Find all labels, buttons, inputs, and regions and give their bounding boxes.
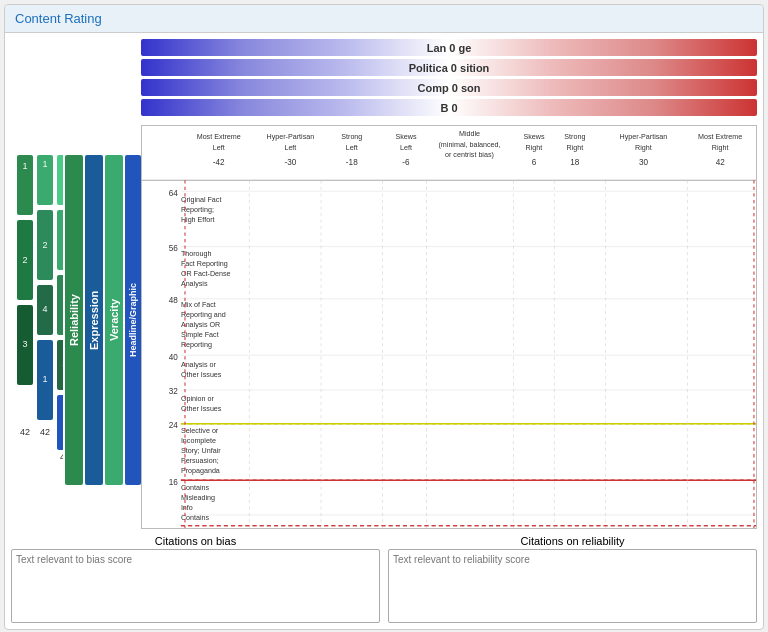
panel-body: Lan 0 gePolitica 0 sitionComp 0 sonB 0 1	[5, 33, 763, 629]
veracity-label: Veracity	[105, 155, 123, 485]
svg-text:5: 5	[62, 417, 63, 427]
citations-bias-title: Citations on bias	[11, 533, 380, 549]
svg-text:-6: -6	[402, 157, 410, 167]
chart-area: 64 Original Fact Reporting; High Effort …	[141, 125, 757, 529]
main-chart-svg: 64 Original Fact Reporting; High Effort …	[142, 126, 756, 528]
svg-text:Reporting and: Reporting and	[181, 310, 226, 319]
svg-text:3: 3	[62, 299, 63, 309]
svg-text:Story; Unfair: Story; Unfair	[181, 446, 221, 455]
svg-text:Left: Left	[213, 143, 225, 152]
svg-text:4: 4	[42, 304, 47, 314]
svg-text:Misleading: Misleading	[181, 493, 215, 502]
svg-text:16: 16	[169, 476, 178, 486]
svg-text:64: 64	[169, 187, 178, 197]
svg-text:4: 4	[62, 359, 63, 369]
scale-bars-container: 1 2 3 42 1 2 4 1 42	[11, 125, 141, 529]
vertical-labels-container: Reliability Expression Veracity Headline…	[65, 155, 141, 485]
svg-text:30: 30	[639, 157, 648, 167]
svg-text:Left: Left	[346, 143, 358, 152]
gradient-bar-0: Lan 0 ge	[141, 39, 757, 56]
svg-text:42: 42	[40, 427, 50, 437]
content-rating-panel: Content Rating Lan 0 gePolitica 0 sition…	[4, 4, 764, 630]
panel-header: Content Rating	[5, 5, 763, 33]
bar-label-2: Comp 0 son	[418, 82, 481, 94]
gradient-bars: Lan 0 gePolitica 0 sitionComp 0 sonB 0	[11, 39, 757, 119]
svg-text:2: 2	[22, 255, 27, 265]
svg-text:Right: Right	[526, 143, 543, 152]
svg-text:Left: Left	[284, 143, 296, 152]
svg-text:Strong: Strong	[341, 132, 362, 141]
scale-bars-svg: 1 2 3 42 1 2 4 1 42	[15, 155, 63, 515]
svg-text:3: 3	[22, 339, 27, 349]
svg-text:Analysis OR: Analysis OR	[181, 320, 220, 329]
svg-text:42: 42	[20, 427, 30, 437]
svg-text:(minimal, balanced,: (minimal, balanced,	[438, 139, 500, 148]
svg-text:Info: Info	[181, 502, 193, 511]
svg-text:2: 2	[62, 235, 63, 245]
svg-text:Right: Right	[567, 143, 584, 152]
svg-text:42: 42	[716, 157, 725, 167]
reliability-label: Reliability	[65, 155, 83, 485]
main-area: 1 2 3 42 1 2 4 1 42	[11, 125, 757, 529]
bar-row-3: B 0	[141, 99, 757, 116]
svg-text:Skews: Skews	[523, 132, 544, 141]
svg-text:Middle: Middle	[459, 129, 480, 138]
svg-text:40: 40	[169, 351, 178, 361]
svg-text:Most Extreme: Most Extreme	[197, 132, 241, 141]
svg-text:18: 18	[570, 157, 579, 167]
svg-text:Right: Right	[635, 143, 652, 152]
svg-text:Analysis or: Analysis or	[181, 360, 217, 369]
citations-reliability-title: Citations on reliability	[388, 533, 757, 549]
svg-text:-30: -30	[284, 157, 296, 167]
svg-text:56: 56	[169, 243, 178, 253]
svg-text:24: 24	[169, 420, 178, 430]
svg-text:Left: Left	[400, 143, 412, 152]
bar-label-3: B 0	[440, 102, 457, 114]
svg-text:or centrist bias): or centrist bias)	[445, 150, 494, 159]
citations-bias-input[interactable]	[11, 549, 380, 623]
svg-text:Reporting;: Reporting;	[181, 205, 214, 214]
gradient-bar-2: Comp 0 son	[141, 79, 757, 96]
svg-text:1: 1	[22, 161, 27, 171]
bar-label-1: Politica 0 sition	[409, 62, 490, 74]
gradient-bar-3: B 0	[141, 99, 757, 116]
svg-text:High Effort: High Effort	[181, 214, 215, 223]
svg-text:-18: -18	[346, 157, 358, 167]
svg-text:Selective or: Selective or	[181, 426, 219, 435]
svg-text:Propaganda: Propaganda	[181, 465, 221, 474]
citations-bias-container: Citations on bias	[11, 533, 380, 623]
gradient-bar-1: Politica 0 sition	[141, 59, 757, 76]
bar-label-0: Lan 0 ge	[427, 42, 472, 54]
svg-text:Original Fact: Original Fact	[181, 195, 222, 204]
svg-text:1: 1	[62, 159, 63, 169]
svg-text:Incomplete: Incomplete	[181, 436, 216, 445]
svg-text:OR Fact-Dense: OR Fact-Dense	[181, 269, 231, 278]
citations-section: Citations on bias Citations on reliabili…	[11, 533, 757, 623]
svg-text:6: 6	[532, 157, 537, 167]
svg-text:Hyper-Partisan: Hyper-Partisan	[620, 132, 668, 141]
svg-text:1: 1	[42, 159, 47, 169]
citations-reliability-input[interactable]	[388, 549, 757, 623]
panel-title: Content Rating	[15, 11, 102, 26]
citations-reliability-container: Citations on reliability	[388, 533, 757, 623]
bar-row-1: Politica 0 sition	[141, 59, 757, 76]
svg-text:48: 48	[169, 295, 178, 305]
svg-text:Fact Reporting: Fact Reporting	[181, 259, 228, 268]
svg-text:Other Issues: Other Issues	[181, 370, 222, 379]
svg-text:-42: -42	[213, 157, 225, 167]
svg-text:Skews: Skews	[395, 132, 416, 141]
svg-text:42: 42	[60, 452, 63, 462]
svg-text:Simple Fact: Simple Fact	[181, 330, 219, 339]
svg-text:32: 32	[169, 386, 178, 396]
svg-text:Hyper-Partisan: Hyper-Partisan	[267, 132, 315, 141]
svg-text:Right: Right	[712, 143, 729, 152]
svg-text:Mix of Fact: Mix of Fact	[181, 300, 216, 309]
left-sidebar: 1 2 3 42 1 2 4 1 42	[11, 125, 141, 529]
svg-text:Reporting: Reporting	[181, 339, 212, 348]
svg-text:Strong: Strong	[564, 132, 585, 141]
headline-graphic-label: Headline/Graphic	[125, 155, 141, 485]
svg-text:Persuasion;: Persuasion;	[181, 456, 219, 465]
svg-text:Most Extreme: Most Extreme	[698, 132, 742, 141]
bar-row-2: Comp 0 son	[141, 79, 757, 96]
svg-text:1: 1	[42, 374, 47, 384]
